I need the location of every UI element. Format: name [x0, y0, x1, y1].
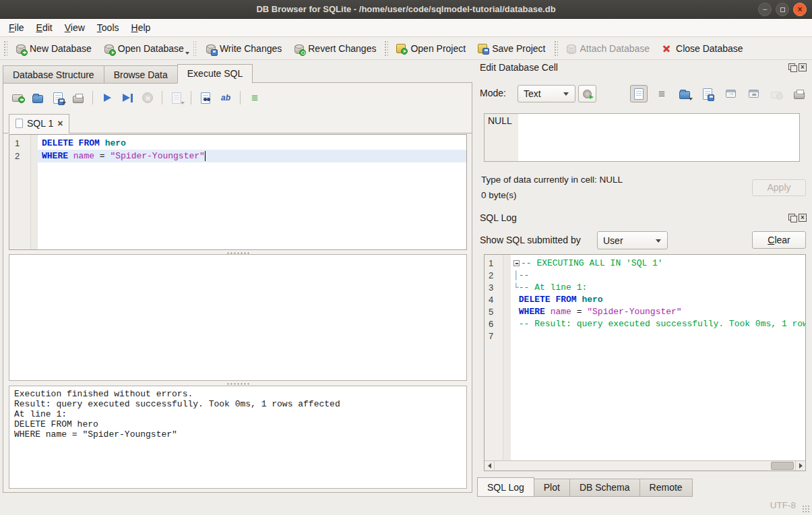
save-file-dropdown-icon[interactable]: [62, 102, 66, 104]
sql-editor[interactable]: 12 DELETE FROM heroWHERE name = "Spider-…: [9, 134, 467, 250]
cell-size-info: 0 byte(s): [481, 190, 517, 200]
dock-close-icon[interactable]: ×: [799, 63, 807, 71]
write-changes-button[interactable]: Write Changes: [199, 40, 288, 57]
results-grid[interactable]: [9, 254, 467, 381]
apply-button: Apply: [752, 179, 806, 196]
dock-float-icon[interactable]: [788, 63, 795, 70]
scroll-right-icon[interactable]: [795, 461, 805, 471]
tab-plot[interactable]: Plot: [534, 479, 570, 497]
document-icon: [15, 119, 23, 128]
open-database-button[interactable]: Open Database: [98, 40, 190, 57]
print-icon: [73, 96, 84, 103]
print-icon: [794, 92, 805, 99]
find-icon: [201, 92, 210, 104]
tab-execute-sql[interactable]: Execute SQL: [177, 64, 253, 84]
close-button[interactable]: ×: [793, 3, 807, 16]
edit-cell-dock-titlebar[interactable]: Edit Database Cell ×: [480, 62, 807, 75]
sql-log-dock-titlebar[interactable]: SQL Log ×: [480, 212, 807, 226]
tab-db-schema[interactable]: DB Schema: [569, 479, 640, 497]
scroll-left-icon[interactable]: [485, 461, 495, 471]
toolbar-separator: [191, 91, 191, 104]
toolbar-drag-handle[interactable]: [3, 40, 7, 57]
maximize-button[interactable]: [776, 3, 789, 16]
save-project-button[interactable]: Save Project: [472, 40, 551, 57]
clear-log-button[interactable]: Clear: [752, 231, 806, 249]
minimize-icon: −: [762, 5, 767, 13]
tab-browse-data[interactable]: Browse Data: [104, 65, 178, 84]
log-line-number-gutter: 1234567: [485, 255, 503, 460]
horizontal-scrollbar[interactable]: [485, 460, 805, 471]
title-bar[interactable]: DB Browser for SQLite - /home/user/code/…: [0, 0, 812, 19]
word-wrap-button[interactable]: ≡: [653, 85, 670, 102]
mode-combobox[interactable]: Text: [518, 85, 575, 102]
import-file-button[interactable]: [676, 85, 693, 102]
format-icon: ≡: [251, 92, 258, 104]
open-database-dropdown-icon[interactable]: [185, 52, 189, 55]
set-null-button: [768, 85, 785, 102]
cell-mode-row: Mode: Text ≡ → ∞: [480, 85, 807, 103]
text-mode-button[interactable]: [630, 85, 648, 102]
set-null-icon: [771, 92, 782, 98]
new-tab-button[interactable]: [9, 89, 26, 107]
sql1-tab[interactable]: SQL 1 ×: [9, 114, 69, 133]
tab-database-structure[interactable]: Database Structure: [3, 65, 104, 84]
open-external-button[interactable]: →: [722, 85, 739, 102]
sql-code[interactable]: DELETE FROM heroWHERE name = "Spider-You…: [38, 135, 466, 249]
execute-line-button[interactable]: [119, 89, 136, 107]
print-cell-button[interactable]: [790, 85, 808, 102]
auto-apply-button[interactable]: [578, 85, 596, 102]
dock-float-icon[interactable]: [788, 214, 795, 220]
log-code[interactable]: -- EXECUTING ALL IN 'SQL 1'│--└-- At lin…: [511, 255, 805, 460]
execution-message-pane[interactable]: Execution finished without errors.Result…: [9, 386, 467, 489]
tab-sql-log[interactable]: SQL Log: [477, 477, 534, 497]
minimize-button[interactable]: −: [758, 3, 772, 16]
toolbar-separator: [240, 91, 241, 104]
tab-close-icon[interactable]: ×: [57, 119, 63, 128]
find-button[interactable]: [197, 89, 214, 107]
open-sql-file-button[interactable]: [29, 89, 46, 107]
toolbar-separator: [162, 91, 162, 104]
close-icon: ×: [797, 5, 802, 13]
open-external-icon: →: [726, 90, 736, 98]
toolbar-drag-handle[interactable]: [554, 40, 558, 57]
open-file-icon: [32, 95, 43, 103]
execute-all-icon: [104, 94, 111, 102]
hyperlink-button[interactable]: ∞: [745, 85, 762, 102]
scrollbar-thumb[interactable]: [771, 462, 794, 470]
execute-line-icon: [123, 94, 130, 102]
stop-icon: [142, 92, 153, 103]
save-results-icon: [172, 92, 181, 104]
toolbar-drag-handle[interactable]: [384, 40, 388, 57]
window-title: DB Browser for SQLite - /home/user/code/…: [0, 0, 812, 19]
sql-log-view[interactable]: 1234567 -- EXECUTING ALL IN 'SQL 1'│--└-…: [484, 254, 806, 471]
menu-tools[interactable]: Tools: [91, 20, 125, 36]
import-dropdown-icon[interactable]: [689, 98, 693, 100]
save-sql-file-button[interactable]: [49, 89, 67, 107]
format-sql-button[interactable]: ≡: [246, 89, 263, 107]
filter-label: Show SQL submitted by: [480, 235, 581, 245]
edit-cell-title: Edit Database Cell: [480, 62, 558, 73]
save-file-icon: [53, 92, 63, 104]
close-database-button[interactable]: Close Database: [656, 40, 749, 57]
replace-button[interactable]: ab: [217, 89, 235, 107]
window-controls: − ×: [758, 3, 807, 16]
print-button[interactable]: [69, 89, 87, 107]
menu-help[interactable]: Help: [125, 20, 157, 36]
tab-remote[interactable]: Remote: [639, 479, 693, 497]
stop-button: [139, 89, 156, 107]
open-project-icon: [396, 44, 406, 53]
menu-edit[interactable]: Edit: [30, 20, 59, 36]
dock-close-icon[interactable]: ×: [799, 214, 807, 222]
open-project-button[interactable]: Open Project: [390, 40, 472, 57]
resize-grip[interactable]: [802, 505, 810, 513]
submitter-combobox[interactable]: User: [597, 231, 668, 249]
menu-view[interactable]: View: [59, 20, 91, 36]
revert-changes-button[interactable]: Revert Changes: [288, 40, 382, 57]
cell-editor[interactable]: NULL: [484, 113, 800, 162]
execute-all-button[interactable]: [98, 89, 116, 107]
menu-file[interactable]: File: [3, 20, 30, 36]
new-database-button[interactable]: New Database: [9, 40, 98, 57]
toolbar-separator: [193, 40, 197, 57]
new-database-icon: [15, 43, 25, 54]
save-as-button[interactable]: [699, 85, 716, 102]
